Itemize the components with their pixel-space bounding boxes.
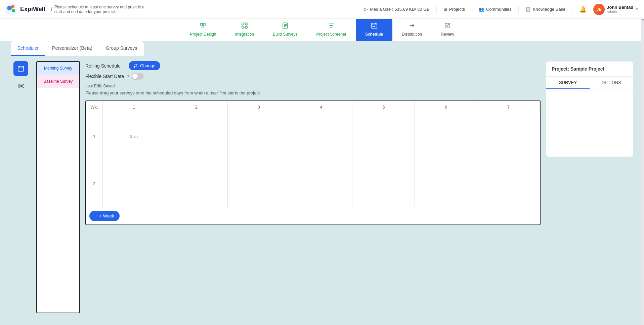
logo-text: ExpiWell bbox=[20, 6, 45, 13]
communities-nav[interactable]: 👥 Communities bbox=[479, 7, 512, 12]
survey-item-baseline[interactable]: Baseline Survey bbox=[37, 75, 79, 88]
svg-rect-4 bbox=[242, 23, 244, 25]
week2-day6[interactable] bbox=[415, 160, 477, 207]
week2-day2[interactable] bbox=[165, 160, 228, 207]
svg-point-3 bbox=[12, 9, 15, 12]
scrollbar[interactable] bbox=[641, 0, 644, 325]
project-design-icon bbox=[200, 22, 206, 31]
svg-rect-7 bbox=[245, 26, 247, 28]
navbar-right: ▷ Media Use : 635.69 KB/ 30 GB ⊞ Project… bbox=[364, 4, 639, 15]
right-panel-title: Project: Sample Project bbox=[546, 62, 633, 77]
change-icon bbox=[133, 64, 138, 68]
week2-day5[interactable] bbox=[352, 160, 415, 207]
week1-day6[interactable] bbox=[415, 113, 477, 160]
col-header-3: 3 bbox=[228, 101, 290, 113]
subtab-group-surveys-label: Group Surveys bbox=[106, 45, 137, 51]
svg-rect-5 bbox=[245, 23, 247, 25]
rolling-schedule-control: Rolling Schedule Change bbox=[85, 61, 541, 70]
book-icon: 📋 bbox=[525, 7, 531, 12]
svg-rect-11 bbox=[374, 26, 375, 27]
media-use: ▷ Media Use : 635.69 KB/ 30 GB bbox=[364, 7, 430, 12]
svg-rect-13 bbox=[18, 66, 24, 71]
integration-icon bbox=[241, 22, 248, 31]
plus-icon: + bbox=[95, 213, 97, 218]
change-button[interactable]: Change bbox=[129, 61, 160, 70]
right-panel: Project: Sample Project SURVEY OPTIONS bbox=[546, 61, 633, 157]
divider-2 bbox=[472, 6, 472, 13]
survey-item-morning[interactable]: Morning Survey bbox=[37, 62, 79, 75]
flexible-start-label: Flexible Start Date bbox=[85, 74, 124, 79]
add-week-button[interactable]: + + Week bbox=[89, 211, 120, 221]
svg-rect-9 bbox=[372, 23, 377, 28]
last-edit: Last Edit: Saved bbox=[85, 84, 541, 88]
week2-day4[interactable] bbox=[290, 160, 353, 207]
start-label: Start bbox=[130, 134, 138, 138]
help-icon: ? bbox=[127, 74, 129, 79]
chevron-down-icon: ▼ bbox=[635, 7, 639, 11]
build-surveys-icon bbox=[282, 22, 289, 31]
project-screener-icon bbox=[328, 22, 335, 31]
sidebar-network-btn[interactable] bbox=[13, 79, 28, 93]
week1-day4[interactable] bbox=[290, 113, 353, 160]
tab-build-surveys-label: Build Surveys bbox=[273, 32, 297, 37]
week1-day1[interactable]: Start bbox=[103, 113, 165, 160]
tab-review-label: Review bbox=[441, 32, 454, 37]
notification-bell[interactable]: 🔔 bbox=[579, 6, 587, 13]
schedule-icon bbox=[371, 22, 378, 31]
tab-build-surveys[interactable]: Build Surveys bbox=[263, 19, 307, 41]
col-header-wk: Wk. bbox=[86, 101, 103, 113]
svg-point-2 bbox=[11, 5, 14, 8]
right-panel-options-tab[interactable]: OPTIONS bbox=[590, 77, 633, 89]
right-panel-tabs: SURVEY OPTIONS bbox=[546, 77, 633, 89]
week1-day2[interactable] bbox=[165, 113, 228, 160]
survey-list: Morning Survey Baseline Survey bbox=[36, 61, 80, 313]
info-icon: ℹ bbox=[51, 7, 52, 12]
svg-point-16 bbox=[22, 84, 24, 85]
subtab-scheduler[interactable]: Scheduler bbox=[11, 41, 45, 56]
avatar: JB bbox=[593, 4, 605, 15]
knowledge-base-nav[interactable]: 📋 Knowledge Base bbox=[525, 7, 566, 12]
tab-review[interactable]: Review bbox=[431, 19, 463, 41]
week2-day3[interactable] bbox=[228, 160, 290, 207]
tab-project-screener-label: Project Screener bbox=[316, 32, 346, 37]
rolling-schedule-label: Rolling Schedule bbox=[85, 63, 121, 69]
flexible-start-toggle[interactable] bbox=[132, 73, 144, 80]
col-header-2: 2 bbox=[165, 101, 228, 113]
col-header-1: 1 bbox=[103, 101, 165, 113]
subtab-group-surveys[interactable]: Group Surveys bbox=[99, 41, 144, 56]
svg-point-18 bbox=[22, 87, 24, 88]
right-panel-content bbox=[546, 89, 633, 157]
sidebar bbox=[11, 56, 31, 313]
svg-point-17 bbox=[18, 87, 19, 88]
week1-day7[interactable] bbox=[477, 113, 540, 160]
alert-message: ℹ Please schedule at least one survey an… bbox=[51, 5, 145, 14]
subtab-personalizer[interactable]: Personalizer (Beta) bbox=[45, 41, 99, 56]
logo-icon bbox=[5, 3, 17, 15]
right-panel-survey-tab[interactable]: SURVEY bbox=[546, 77, 590, 89]
subtab-personalizer-label: Personalizer (Beta) bbox=[52, 45, 92, 51]
tab-integration[interactable]: Integration bbox=[225, 19, 263, 41]
user-profile[interactable]: JB John Bantad admin ▼ bbox=[593, 4, 639, 15]
tab-schedule[interactable]: Schedule bbox=[356, 19, 392, 41]
schedule-area: Rolling Schedule Change Flexible Start D… bbox=[85, 61, 541, 313]
flexible-start-control: Flexible Start Date ? bbox=[85, 73, 541, 80]
week2-day7[interactable] bbox=[477, 160, 540, 207]
toggle-knob bbox=[132, 74, 138, 79]
divider-4 bbox=[572, 6, 572, 13]
svg-point-0 bbox=[5, 3, 17, 15]
svg-rect-10 bbox=[373, 26, 374, 27]
logo[interactable]: ExpiWell bbox=[5, 3, 45, 15]
projects-nav[interactable]: ⊞ Projects bbox=[443, 7, 465, 12]
week2-day1[interactable] bbox=[103, 160, 165, 207]
tab-distribution[interactable]: Distribution bbox=[392, 19, 431, 41]
svg-rect-12 bbox=[445, 23, 450, 28]
tab-project-design[interactable]: Project Design bbox=[180, 19, 225, 41]
week1-day3[interactable] bbox=[228, 113, 290, 160]
week1-day5[interactable] bbox=[352, 113, 415, 160]
tab-project-screener[interactable]: Project Screener bbox=[307, 19, 356, 41]
svg-point-1 bbox=[7, 6, 12, 10]
sidebar-calendar-btn[interactable] bbox=[13, 61, 28, 76]
grid-icon: ⊞ bbox=[443, 7, 447, 12]
tab-distribution-label: Distribution bbox=[402, 32, 422, 37]
tab-schedule-label: Schedule bbox=[365, 32, 383, 37]
